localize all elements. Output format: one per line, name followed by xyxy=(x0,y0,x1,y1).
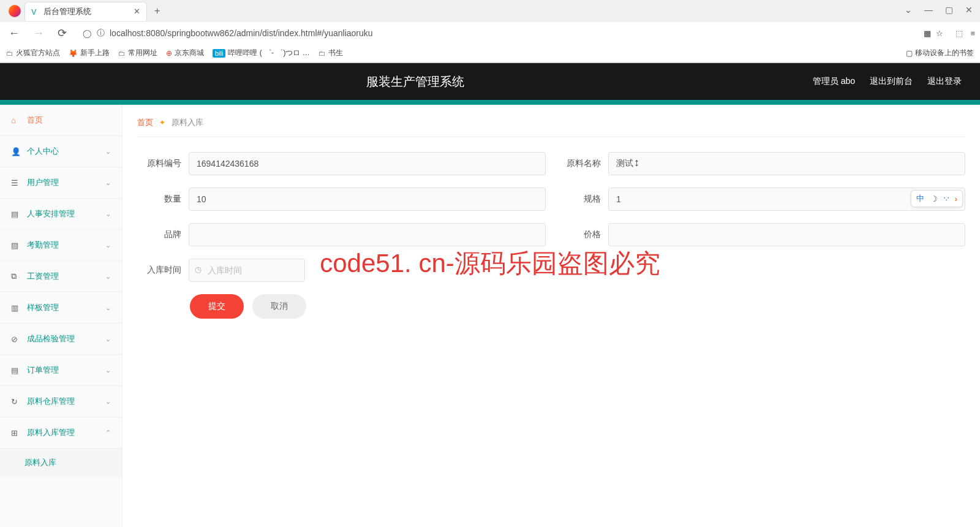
check-circle-icon: ⊘ xyxy=(11,335,21,344)
sidebar-item-hr[interactable]: ▤人事安排管理⌄ xyxy=(0,199,122,230)
tab-close-icon[interactable]: ✕ xyxy=(134,7,140,16)
content-area: 首页 ✦ 原料入库 原料编号 原料名称 数量 规格 xyxy=(123,105,980,527)
bookmark-mobile[interactable]: ▢移动设备上的书签 xyxy=(906,48,974,58)
reload-button[interactable]: ⟳ xyxy=(54,24,70,42)
material-id-label: 原料编号 xyxy=(137,158,181,169)
forward-button[interactable]: → xyxy=(29,25,48,42)
home-icon: ⌂ xyxy=(11,116,21,125)
clock-icon: ◷ xyxy=(195,265,202,274)
close-window-icon[interactable]: ✕ xyxy=(965,5,973,15)
bookmark-newbie[interactable]: 🦊新手上路 xyxy=(69,48,110,58)
copy-icon: ⧉ xyxy=(11,271,21,281)
teal-divider xyxy=(0,100,980,105)
menu-icon[interactable]: ≡ xyxy=(970,29,975,38)
shield-icon[interactable]: ◯ xyxy=(83,29,92,38)
ime-moon-icon[interactable]: ☽ xyxy=(930,194,938,203)
form-row-4: 入库时间 ◷ xyxy=(137,259,965,282)
sidebar-item-material-warehouse[interactable]: ↻原料仓库管理⌄ xyxy=(0,386,122,417)
user-icon: 👤 xyxy=(11,147,21,156)
ime-expand-icon[interactable]: › xyxy=(955,194,957,203)
bookmark-bilibili[interactable]: bili哔哩哔哩 ( ゜- ゜)つロ … xyxy=(213,48,310,58)
qty-label: 数量 xyxy=(137,194,181,205)
folder-icon: 🗀 xyxy=(318,49,326,58)
brand-label: 品牌 xyxy=(137,229,181,240)
qr-icon[interactable]: ▦ xyxy=(924,29,931,38)
ime-zhong[interactable]: 中 xyxy=(916,193,924,204)
material-name-label: 原料名称 xyxy=(557,158,601,169)
template-icon: ▥ xyxy=(11,303,21,313)
chevron-down-icon: ⌄ xyxy=(105,335,111,343)
back-button[interactable]: ← xyxy=(5,25,23,42)
folder-icon: 🗀 xyxy=(6,49,13,58)
firefox-logo-icon[interactable] xyxy=(9,5,21,17)
bookmark-common[interactable]: 🗀常用网址 xyxy=(118,48,157,58)
vue-favicon-icon: V xyxy=(31,7,40,16)
form-row-1: 原料编号 原料名称 xyxy=(137,152,965,175)
material-name-input[interactable] xyxy=(608,152,965,175)
sidebar-item-personal[interactable]: 👤个人中心⌄ xyxy=(0,136,122,167)
new-tab-button[interactable]: + xyxy=(147,2,167,20)
chevron-down-icon: ⌄ xyxy=(105,148,111,156)
admin-label[interactable]: 管理员 abo xyxy=(813,76,855,87)
jd-icon: ⊕ xyxy=(166,49,172,58)
sidebar-item-salary[interactable]: ⧉工资管理⌄ xyxy=(0,261,122,292)
clipboard-icon: ▤ xyxy=(11,210,21,219)
chevron-down-icon: ⌄ xyxy=(105,304,111,312)
sidebar: ⌂首页 👤个人中心⌄ ☰用户管理⌄ ▤人事安排管理⌄ ▨考勤管理⌄ ⧉工资管理⌄… xyxy=(0,105,123,527)
qty-input[interactable] xyxy=(189,188,546,211)
url-field[interactable]: ◯ ⓘ localhost:8080/springbootww862/admin… xyxy=(77,25,949,41)
chevron-up-icon: ⌃ xyxy=(105,429,111,437)
app-header: 服装生产管理系统 管理员 abo 退出到前台 退出登录 xyxy=(0,63,980,100)
main-layout: ⌂首页 👤个人中心⌄ ☰用户管理⌄ ▤人事安排管理⌄ ▨考勤管理⌄ ⧉工资管理⌄… xyxy=(0,105,980,527)
bookmarks-bar: 🗀火狐官方站点 🦊新手上路 🗀常用网址 ⊕京东商城 bili哔哩哔哩 ( ゜- … xyxy=(0,44,980,63)
tab-bar: V 后台管理系统 ✕ + xyxy=(0,0,980,22)
bookmark-firefox[interactable]: 🗀火狐官方站点 xyxy=(6,48,60,58)
breadcrumb: 首页 ✦ 原料入库 xyxy=(137,117,965,137)
minimize-icon[interactable]: — xyxy=(924,5,933,15)
chevron-down-icon: ⌄ xyxy=(105,179,111,187)
brand-input[interactable] xyxy=(189,223,546,246)
material-id-input[interactable] xyxy=(189,152,546,175)
folder-icon: 🗀 xyxy=(118,49,126,58)
field-price: 价格 xyxy=(557,223,965,246)
price-label: 价格 xyxy=(557,229,601,240)
breadcrumb-current: 原料入库 xyxy=(172,117,203,128)
sidebar-item-material-in[interactable]: ⊞原料入库管理⌃ xyxy=(0,417,122,449)
bookmark-jd[interactable]: ⊕京东商城 xyxy=(166,48,204,58)
lock-icon[interactable]: ⓘ xyxy=(97,28,105,39)
firefox-icon: 🦊 xyxy=(69,49,78,58)
logout-button[interactable]: 退出登录 xyxy=(927,76,962,87)
sidebar-submenu-material-in[interactable]: 原料入库 xyxy=(0,449,122,477)
sidebar-item-attendance[interactable]: ▨考勤管理⌄ xyxy=(0,230,122,261)
dropdown-icon[interactable]: ⌄ xyxy=(905,5,912,15)
browser-tab[interactable]: V 后台管理系统 ✕ xyxy=(24,2,147,21)
maximize-icon[interactable]: ▢ xyxy=(945,5,953,15)
sidebar-item-order[interactable]: ▤订单管理⌄ xyxy=(0,355,122,386)
sidebar-item-template[interactable]: ▥样板管理⌄ xyxy=(0,292,122,324)
app-title: 服装生产管理系统 xyxy=(18,74,813,90)
bookmark-shusheng[interactable]: 🗀书生 xyxy=(318,48,343,58)
exit-front-button[interactable]: 退出到前台 xyxy=(870,76,913,87)
chevron-down-icon: ⌄ xyxy=(105,241,111,249)
star-icon[interactable]: ☆ xyxy=(936,29,943,38)
price-input[interactable] xyxy=(608,223,965,246)
ime-punct-icon[interactable]: ⸪ xyxy=(944,194,949,203)
box-icon: ⊞ xyxy=(11,428,21,438)
sidebar-item-home[interactable]: ⌂首页 xyxy=(0,105,122,136)
browser-chrome: ⌄ — ▢ ✕ V 后台管理系统 ✕ + ← → ⟳ ◯ ⓘ localhost… xyxy=(0,0,980,63)
sidebar-item-product-check[interactable]: ⊘成品检验管理⌄ xyxy=(0,324,122,355)
field-intime: 入库时间 ◷ xyxy=(137,259,305,282)
intime-input[interactable] xyxy=(189,259,305,282)
breadcrumb-home[interactable]: 首页 xyxy=(137,117,153,128)
field-qty: 数量 xyxy=(137,188,546,211)
extensions-icon[interactable]: ⬚ xyxy=(956,29,963,38)
field-spec: 规格 xyxy=(557,188,965,211)
ime-toolbar[interactable]: 中 ☽ ⸪ › xyxy=(911,190,963,207)
cancel-button[interactable]: 取消 xyxy=(252,294,306,319)
submit-button[interactable]: 提交 xyxy=(190,294,244,319)
form-actions: 提交 取消 xyxy=(190,294,965,319)
check-icon: ▨ xyxy=(11,241,21,250)
chevron-down-icon: ⌄ xyxy=(105,273,111,281)
sidebar-item-user-mgmt[interactable]: ☰用户管理⌄ xyxy=(0,167,122,199)
spec-label: 规格 xyxy=(557,194,601,205)
